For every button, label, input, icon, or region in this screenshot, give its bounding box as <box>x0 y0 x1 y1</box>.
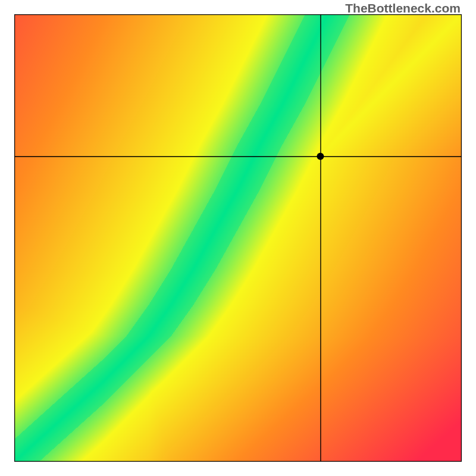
heatmap-chart <box>14 14 462 462</box>
heatmap-canvas <box>14 14 462 462</box>
watermark-text: TheBottleneck.com <box>345 1 461 15</box>
